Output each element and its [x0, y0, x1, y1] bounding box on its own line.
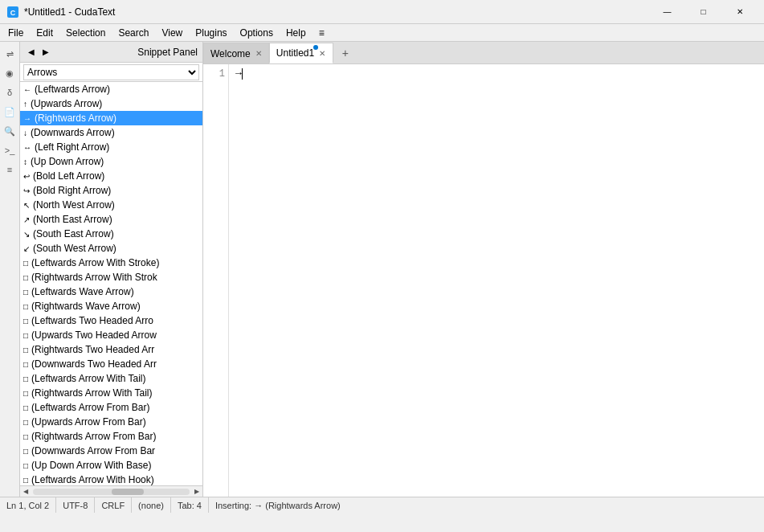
scroll-left-arrow[interactable]: ◀: [20, 486, 31, 497]
snippet-item[interactable]: □ (Leftwards Wave Arrow): [20, 284, 202, 299]
tab-close-button[interactable]: ✕: [319, 49, 325, 58]
snippet-prev-button[interactable]: ◀: [25, 46, 38, 59]
snippet-item-label: (Rightwards Arrow With Strok: [31, 272, 157, 283]
tab-bar: Welcome✕Untitled1✕+: [203, 42, 764, 64]
snippet-item[interactable]: ↔ (Left Right Arrow): [20, 140, 202, 154]
snippet-item[interactable]: ↙ (South West Arrow): [20, 241, 202, 256]
snippet-item[interactable]: □ (Downwards Two Headed Arr: [20, 357, 202, 371]
snippet-item-label: (Bold Right Arrow): [33, 185, 111, 196]
snippet-item-symbol: →: [23, 114, 31, 123]
snippet-item[interactable]: □ (Rightwards Arrow From Bar): [20, 429, 202, 444]
svg-text:C: C: [10, 9, 16, 17]
delta-icon[interactable]: δ: [1, 84, 18, 101]
snippet-item[interactable]: □ (Upwards Arrow From Bar): [20, 415, 202, 429]
tab-add-button[interactable]: +: [335, 43, 356, 63]
line-number: 1: [206, 68, 225, 80]
snippet-item-symbol: ↩: [23, 172, 30, 181]
snippet-item-symbol: □: [23, 447, 28, 456]
main-layout: ⇌◉δ📄🔍>_≡ ◀ ▶ Snippet Panel Arrows Bullet…: [0, 42, 764, 497]
snippet-item[interactable]: ↗ (North East Arrow): [20, 212, 202, 227]
status-inserting: Inserting: → (Rightwards Arrow): [209, 497, 347, 513]
snippet-item[interactable]: □ (Up Down Arrow With Base): [20, 458, 202, 473]
snippet-item-symbol: ↙: [23, 244, 30, 253]
snippet-item-label: (Leftwards Arrow With Hook): [31, 474, 154, 485]
snippet-item[interactable]: ↩ (Bold Left Arrow): [20, 169, 202, 183]
menu-item-view[interactable]: View: [155, 24, 189, 42]
snippet-item-label: (Bold Left Arrow): [33, 170, 104, 182]
snippet-item[interactable]: □ (Rightwards Two Headed Arr: [20, 342, 202, 357]
menu-item-file[interactable]: File: [2, 24, 30, 42]
status-encoding: UTF-8: [56, 497, 95, 513]
snippet-item-symbol: □: [23, 273, 28, 282]
snippet-item-label: (Left Right Arrow): [35, 141, 109, 153]
arrow-icon[interactable]: ⇌: [1, 45, 18, 63]
list-icon[interactable]: ≡: [1, 161, 18, 178]
minimize-button[interactable]: —: [649, 0, 685, 24]
snippet-horizontal-scrollbar[interactable]: ◀ ▶: [20, 485, 202, 497]
snippet-item[interactable]: □ (Rightwards Wave Arrow): [20, 299, 202, 313]
snippet-item-symbol: ↘: [23, 230, 30, 239]
snippet-item[interactable]: ↪ (Bold Right Arrow): [20, 183, 202, 198]
snippet-item-symbol: □: [23, 476, 28, 485]
scroll-right-arrow[interactable]: ▶: [191, 486, 202, 497]
circle-icon[interactable]: ◉: [1, 64, 18, 82]
status-syntax: (none): [132, 497, 171, 513]
snippet-item-symbol: □: [23, 331, 28, 340]
maximize-button[interactable]: □: [685, 0, 721, 24]
snippet-item[interactable]: ↖ (North West Arrow): [20, 198, 202, 212]
window-controls: — □ ✕: [649, 0, 758, 24]
snippet-item[interactable]: ↑ (Upwards Arrow): [20, 96, 202, 111]
snippet-item-symbol: ↖: [23, 201, 30, 210]
search-sidebar-icon[interactable]: 🔍: [1, 122, 18, 140]
terminal-icon[interactable]: >_: [1, 141, 18, 159]
snippet-category-select[interactable]: Arrows Bullets Math Currency Letters: [23, 64, 199, 80]
snippet-item-symbol: □: [23, 346, 28, 354]
close-button[interactable]: ✕: [721, 0, 758, 24]
snippet-item[interactable]: ↕ (Up Down Arrow): [20, 154, 202, 169]
snippet-item-label: (Leftwards Arrow With Tail): [31, 373, 145, 384]
snippet-item-label: (Upwards Arrow From Bar): [31, 416, 146, 428]
snippet-item[interactable]: □ (Leftwards Arrow With Hook): [20, 473, 202, 485]
file-icon[interactable]: 📄: [1, 103, 18, 121]
snippet-item-label: (Rightwards Arrow): [35, 113, 116, 124]
snippet-item-label: (Upwards Two Headed Arrow: [31, 329, 157, 341]
scroll-track[interactable]: [33, 489, 190, 495]
snippet-item-label: (Downwards Arrow): [31, 127, 115, 138]
snippet-dropdown[interactable]: Arrows Bullets Math Currency Letters: [20, 63, 202, 82]
menu-item-plugins[interactable]: Plugins: [189, 24, 233, 42]
snippet-item[interactable]: □ (Leftwards Two Headed Arro: [20, 313, 202, 328]
snippet-item[interactable]: ↓ (Downwards Arrow): [20, 125, 202, 140]
snippet-item-label: (Rightwards Arrow From Bar): [31, 431, 156, 442]
snippet-item[interactable]: □ (Rightwards Arrow With Strok: [20, 270, 202, 284]
menu-item-search[interactable]: Search: [112, 24, 155, 42]
snippet-item[interactable]: □ (Rightwards Arrow With Tail): [20, 386, 202, 400]
tab-welcome[interactable]: Welcome✕: [203, 43, 269, 63]
snippet-next-button[interactable]: ▶: [39, 46, 52, 59]
code-area[interactable]: →: [229, 64, 764, 497]
snippet-item-symbol: ↑: [23, 100, 27, 108]
snippet-item-symbol: □: [23, 288, 28, 297]
snippet-item-symbol: □: [23, 461, 28, 470]
snippet-item-label: (Leftwards Arrow): [35, 84, 110, 95]
snippet-item[interactable]: ↘ (South East Arrow): [20, 227, 202, 241]
snippet-item[interactable]: □ (Upwards Two Headed Arrow: [20, 328, 202, 342]
menu-item-[interactable]: ≡: [313, 24, 331, 42]
tab-label: Welcome: [210, 48, 251, 59]
snippet-item[interactable]: □ (Leftwards Arrow From Bar): [20, 400, 202, 415]
tab-close-button[interactable]: ✕: [255, 49, 262, 58]
menu-item-edit[interactable]: Edit: [30, 24, 59, 42]
snippet-item[interactable]: → (Rightwards Arrow): [20, 111, 202, 125]
snippet-item[interactable]: □ (Leftwards Arrow With Tail): [20, 371, 202, 386]
title-left: C *Untitled1 - CudaText: [6, 6, 115, 18]
menu-item-options[interactable]: Options: [234, 24, 280, 42]
snippet-item[interactable]: □ (Downwards Arrow From Bar: [20, 444, 202, 458]
menu-item-selection[interactable]: Selection: [59, 24, 112, 42]
snippet-item-label: (Up Down Arrow): [31, 156, 104, 167]
snippet-item[interactable]: □ (Leftwards Arrow With Stroke): [20, 256, 202, 270]
snippet-list[interactable]: ← (Leftwards Arrow)↑ (Upwards Arrow)→ (R…: [20, 82, 202, 485]
snippet-item-label: (Up Down Arrow With Base): [31, 460, 151, 471]
snippet-item[interactable]: ← (Leftwards Arrow): [20, 82, 202, 96]
tab-untitled1[interactable]: Untitled1✕: [269, 43, 333, 63]
menu-item-help[interactable]: Help: [280, 24, 313, 42]
snippet-item-symbol: □: [23, 418, 28, 427]
